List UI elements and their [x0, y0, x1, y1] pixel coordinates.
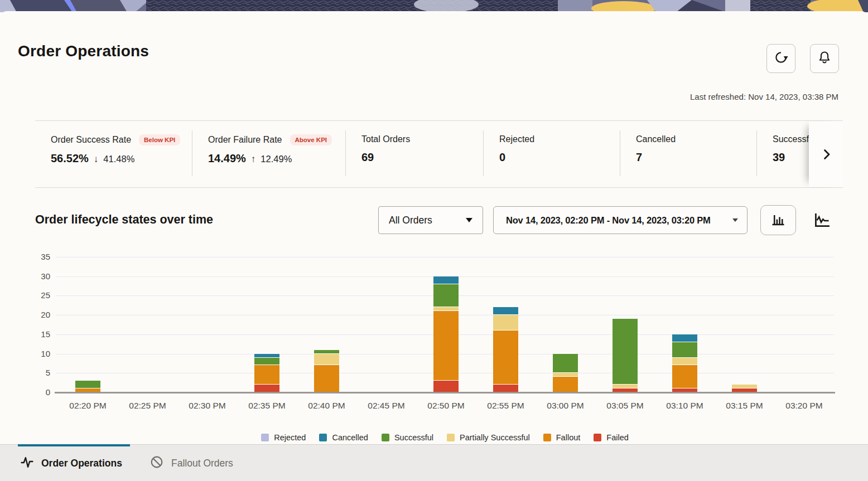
kpi-label: Order Failure Rate [208, 135, 282, 145]
kpi-delta: 12.49% [261, 154, 292, 164]
order-operations-dashboard: Order Operations Last refreshed: Nov 14,… [0, 0, 868, 481]
chart-section-title: Order lifecycle states over time [35, 213, 213, 227]
legend-label: Fallout [556, 433, 581, 442]
chart-legend: RejectedCancelledSuccessfulPartially Suc… [56, 433, 834, 442]
chevron-right-icon[interactable] [820, 148, 833, 161]
chevron-down-icon [466, 218, 472, 222]
tab-label: Order Operations [41, 458, 122, 469]
kpi-delta: 41.48% [103, 154, 134, 164]
legend-label: Partially Successful [460, 433, 530, 442]
active-tab-indicator [18, 444, 130, 446]
tab-order-operations[interactable]: Order Operations [18, 445, 130, 481]
legend-swatch [447, 434, 455, 441]
arrow-down-icon: ↓ [94, 154, 99, 165]
tab-label: Fallout Orders [171, 458, 233, 469]
date-range-picker[interactable]: Nov 14, 2023, 02:20 PM - Nov 14, 2023, 0… [493, 206, 748, 234]
legend-item-rejected[interactable]: Rejected [261, 433, 306, 442]
kpi-label: Order Success Rate [51, 135, 131, 145]
date-range-value: Nov 14, 2023, 02:20 PM - Nov 14, 2023, 0… [506, 215, 711, 226]
legend-label: Successful [394, 433, 433, 442]
legend-item-successful[interactable]: Successful [382, 433, 433, 442]
kpi-label: Total Orders [361, 134, 410, 144]
arrow-up-icon: ↑ [251, 154, 256, 165]
legend-swatch [261, 434, 269, 441]
kpi-value: 14.49% [208, 152, 246, 165]
kpi-value: 56.52% [51, 152, 89, 165]
kpi-card-order-success-rate: Order Success Rate Below KPI 56.52% ↓ 41… [35, 121, 192, 187]
decorative-banner [0, 0, 868, 12]
blocked-icon [150, 455, 164, 472]
refresh-button[interactable] [766, 44, 795, 73]
bell-icon [817, 50, 832, 67]
legend-item-partially-successful[interactable]: Partially Successful [447, 433, 530, 442]
kpi-badge: Above KPI [290, 134, 332, 145]
pulse-icon [20, 455, 34, 472]
page-title: Order Operations [18, 42, 149, 60]
kpi-strip: Order Success Rate Below KPI 56.52% ↓ 41… [35, 120, 843, 188]
legend-item-failed[interactable]: Failed [594, 433, 629, 442]
kpi-scroll-overlay [809, 122, 843, 187]
kpi-value: 7 [636, 151, 642, 164]
kpi-value: 0 [499, 151, 505, 164]
legend-swatch [594, 434, 601, 441]
kpi-label: Cancelled [636, 134, 676, 144]
legend-label: Rejected [274, 433, 306, 442]
legend-item-cancelled[interactable]: Cancelled [319, 433, 368, 442]
bottom-tab-bar: Order Operations Fallout Orders [0, 444, 868, 481]
kpi-card-total-orders: Total Orders 69 [346, 121, 484, 187]
legend-swatch [543, 434, 551, 441]
kpi-badge: Below KPI [139, 134, 180, 145]
kpi-value: 39 [773, 151, 785, 164]
legend-swatch [319, 434, 327, 441]
line-chart-icon [813, 211, 832, 230]
kpi-label: Rejected [499, 134, 534, 144]
order-filter-selected-value: All Orders [389, 215, 432, 226]
legend-item-fallout[interactable]: Fallout [543, 433, 581, 442]
kpi-card-order-failure-rate: Order Failure Rate Above KPI 14.49% ↑ 12… [192, 121, 346, 187]
main-panel: Order Operations Last refreshed: Nov 14,… [0, 11, 868, 444]
tab-fallout-orders[interactable]: Fallout Orders [150, 445, 233, 481]
notifications-button[interactable] [810, 44, 839, 73]
line-chart-view-button[interactable] [809, 210, 836, 231]
legend-swatch [382, 434, 389, 441]
kpi-card-cancelled: Cancelled 7 [620, 121, 757, 187]
order-filter-dropdown[interactable]: All Orders [378, 206, 483, 234]
chevron-down-icon [732, 218, 738, 222]
kpi-value: 69 [361, 151, 374, 164]
kpi-card-rejected: Rejected 0 [484, 121, 620, 187]
last-refreshed-text: Last refreshed: Nov 14, 2023, 03:38 PM [690, 92, 838, 101]
legend-label: Cancelled [332, 433, 368, 442]
bar-chart-icon [770, 211, 786, 229]
legend-label: Failed [606, 433, 629, 442]
refresh-icon [774, 50, 788, 67]
bar-chart-view-button[interactable] [760, 205, 796, 235]
